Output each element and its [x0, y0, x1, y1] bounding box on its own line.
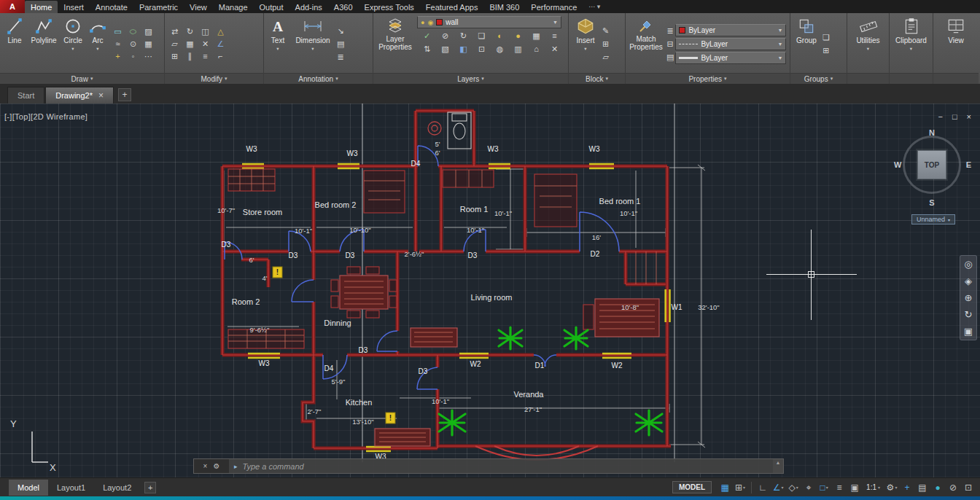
panel-title-clipboard[interactable] — [890, 73, 933, 84]
layer-fade-icon[interactable]: ◍ — [491, 43, 508, 55]
workspace-switching-icon[interactable]: ⚙▾ — [884, 480, 899, 495]
new-drawing-icon[interactable]: + — [118, 88, 131, 101]
table-annotation-icon[interactable]: ▤ — [337, 38, 344, 50]
rotate-tool-icon[interactable]: ↻ — [183, 26, 197, 37]
viewcube-east[interactable]: E — [966, 160, 971, 169]
panel-title-modify[interactable]: Modify▾ — [165, 73, 263, 84]
layer-freeze-icon[interactable]: ◐ — [491, 30, 508, 42]
panel-title-groups[interactable]: Groups▾ — [790, 73, 847, 84]
drawing-viewport[interactable]: ! ! W3W3W3W3W3W3W2W2W1D4D4D3D3D3D3D3D3D2… — [0, 103, 980, 477]
layer-off-icon[interactable]: ⊘ — [437, 30, 454, 42]
layer-state-icon[interactable]: ≡ — [546, 30, 563, 42]
layer-delete-icon[interactable]: ✕ — [546, 43, 563, 55]
annotation-scale[interactable]: 1:1▾ — [863, 483, 884, 491]
menu-overflow-icon[interactable]: ⋯ ▾ — [583, 3, 606, 10]
block-edit-icon[interactable]: ✎ — [602, 25, 609, 36]
ribbon-tab-performance[interactable]: Performance — [525, 1, 583, 13]
ribbon-tab-home[interactable]: Home — [25, 1, 58, 13]
isodraft-icon[interactable]: ◇▾ — [786, 480, 801, 495]
group-button[interactable]: Group — [792, 15, 821, 72]
viewcube-south[interactable]: S — [929, 198, 934, 207]
lineweight-display-icon[interactable]: ≡ — [832, 480, 847, 495]
multiline-tool-icon[interactable]: ≣ — [337, 51, 344, 63]
ribbon-tab-manage[interactable]: Manage — [213, 1, 254, 13]
file-tab-start[interactable]: Start — [7, 87, 44, 103]
selection-cycling-icon[interactable]: ▣ — [847, 480, 862, 495]
panel-title-view[interactable] — [933, 73, 979, 84]
showmotion-icon[interactable]: ▣ — [964, 327, 973, 336]
ribbon-tab-add-ins[interactable]: Add-ins — [289, 1, 328, 13]
ribbon-tab-express-tools[interactable]: Express Tools — [359, 1, 420, 13]
line-tool[interactable]: Line — [1, 15, 28, 72]
layer-vpfreeze-icon[interactable]: ▧ — [437, 43, 454, 55]
lineweight-dropdown[interactable]: ByLayer ▼ — [675, 52, 786, 64]
arc-tool[interactable]: Arc ▾ — [86, 15, 109, 72]
navigation-wheel-icon[interactable]: ◎ — [964, 259, 972, 269]
point-tool-icon[interactable]: + — [111, 50, 125, 62]
command-customize-icon[interactable]: ⚙ — [213, 462, 219, 470]
explode-tool-icon[interactable]: ⊞ — [168, 50, 182, 62]
file-tab-drawing2[interactable]: Drawing2* × — [45, 87, 114, 103]
erase-tool-icon[interactable]: ✕ — [198, 38, 212, 50]
region-tool-icon[interactable]: ◦ — [126, 50, 140, 62]
graphics-performance-icon[interactable]: ● — [930, 480, 945, 495]
layout-tab-layout2[interactable]: Layout2 — [94, 480, 140, 496]
layer-merge-icon[interactable]: ⇅ — [419, 43, 435, 55]
orbit-icon[interactable]: ↻ — [965, 310, 973, 319]
layer-lightbulb-icon[interactable]: ● — [510, 30, 526, 42]
ellipse-tool-icon[interactable]: ⬭ — [126, 26, 140, 37]
array-tool-icon[interactable]: ▦ — [183, 38, 197, 50]
trim-tool-icon[interactable]: ≡ — [198, 50, 212, 62]
view-button[interactable]: View — [936, 15, 976, 72]
minimize-icon[interactable]: − — [938, 112, 942, 121]
quick-properties-icon[interactable]: ▤ — [915, 480, 930, 495]
scale-tool-icon[interactable]: △ — [214, 26, 228, 37]
annotation-monitor-icon[interactable]: + — [900, 480, 914, 495]
layer-isolate-icon[interactable]: ❏ — [473, 30, 490, 42]
layer-unlock-icon[interactable]: ⊡ — [473, 43, 490, 55]
layer-prev-icon[interactable]: ↻ — [455, 30, 472, 42]
ribbon-tab-parametric[interactable]: Parametric — [133, 1, 184, 13]
object-color-dropdown[interactable]: ByLayer ▼ — [675, 24, 786, 36]
ribbon-tab-a360[interactable]: A360 — [328, 1, 359, 13]
layer-current-icon[interactable]: ⌂ — [528, 43, 545, 55]
group-edit-icon[interactable]: ⊞ — [822, 44, 830, 56]
panel-title-annotation[interactable]: Annotation▾ — [264, 73, 373, 84]
ribbon-tab-bim-360[interactable]: BIM 360 — [483, 1, 525, 13]
ortho-mode-icon[interactable]: ∟ — [755, 480, 770, 495]
properties-toggle-icon[interactable]: ⊟ — [666, 38, 674, 50]
new-layout-icon[interactable]: + — [144, 482, 156, 493]
polar-tracking-icon[interactable]: ∠▾ — [771, 480, 785, 495]
offset-tool-icon[interactable]: ∥ — [183, 50, 197, 62]
leader-tool-icon[interactable]: ↘ — [337, 25, 344, 36]
block-create-icon[interactable]: ⊞ — [602, 38, 609, 50]
viewcube-top-face[interactable]: TOP — [917, 150, 946, 179]
properties-list-icon[interactable]: ≣ — [666, 25, 674, 36]
table-tool-icon[interactable]: ▦ — [141, 38, 155, 50]
layout-tab-layout1[interactable]: Layout1 — [48, 480, 94, 496]
match-properties-button[interactable]: Match Properties — [627, 15, 665, 72]
command-line[interactable]: × ⚙ ▸ Type a command ▲ — [193, 458, 784, 474]
snap-mode-icon[interactable]: ⊞▾ — [733, 480, 747, 495]
ribbon-tab-insert[interactable]: Insert — [58, 1, 90, 13]
stretch-tool-icon[interactable]: ▱ — [168, 38, 182, 50]
pan-icon[interactable]: ◈ — [965, 276, 972, 286]
osnap-tracking-icon[interactable]: ⌖ — [801, 480, 816, 495]
viewcube[interactable]: N W E S TOP — [892, 128, 971, 210]
ungroup-icon[interactable]: ❏ — [822, 31, 830, 43]
close-icon[interactable]: × — [967, 112, 971, 121]
rectangle-tool-icon[interactable]: ▭ — [111, 26, 125, 37]
panel-title-block[interactable]: Block▾ — [569, 73, 625, 84]
panel-title-draw[interactable]: Draw▾ — [0, 73, 164, 84]
viewcube-north[interactable]: N — [929, 128, 935, 137]
tab-close-icon[interactable]: × — [98, 90, 104, 101]
panel-title-properties[interactable]: Properties▾ — [626, 73, 790, 84]
ribbon-tab-annotate[interactable]: Annotate — [90, 1, 133, 13]
view-name-dropdown[interactable]: Unnamed▾ — [911, 214, 955, 224]
hatch-tool-icon[interactable]: ▨ — [141, 26, 155, 37]
panel-title-utilities[interactable] — [847, 73, 889, 84]
panel-title-layers[interactable]: Layers▾ — [373, 73, 568, 84]
insert-block-button[interactable]: Insert ▾ — [570, 15, 601, 72]
command-input[interactable]: ▸ Type a command — [229, 459, 773, 473]
command-history-scroll[interactable]: ▲ — [773, 459, 783, 473]
